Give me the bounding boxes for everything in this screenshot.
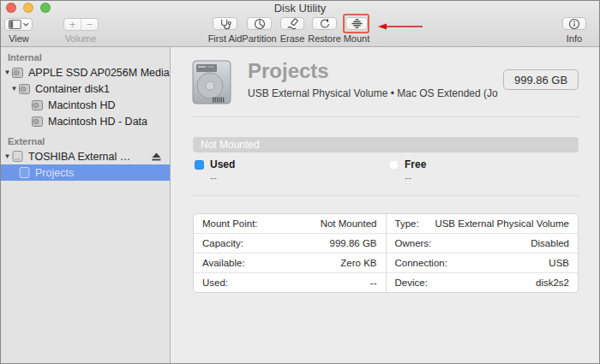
main-content: Projects USB External Physical Volume • … [171, 47, 599, 363]
eject-icon[interactable] [152, 152, 161, 161]
detail-value: USB [549, 258, 569, 268]
detail-value: Not Mounted [321, 218, 377, 229]
detail-value: 999.86 GB [330, 238, 377, 248]
detail-row-mount-point: Mount Point: Not Mounted [194, 214, 386, 234]
volume-title: Projects [248, 59, 329, 83]
add-volume-button[interactable]: + [64, 19, 81, 30]
legend-used: Used [195, 158, 235, 170]
first-aid-button[interactable] [213, 17, 237, 30]
detail-label: Owners: [395, 238, 432, 248]
info-button[interactable] [562, 17, 586, 30]
detail-label: Device: [395, 277, 428, 288]
detail-label: Capacity: [202, 238, 243, 248]
details-left-column: Mount Point: Not Mounted Capacity: 999.8… [194, 214, 386, 292]
restore-button[interactable] [312, 17, 337, 30]
volume-icon [32, 100, 43, 110]
restore-arrow-icon [319, 18, 331, 30]
volume-subtitle: USB External Physical Volume • Mac OS Ex… [248, 87, 498, 99]
annotation-highlight-box [343, 14, 369, 33]
detail-row-capacity: Capacity: 999.86 GB [194, 234, 386, 254]
sidebar-item-label: TOSHIBA External USB 3.0 M… [28, 151, 138, 163]
detail-label: Used: [202, 277, 228, 288]
sidebar: Internal ▼ APPLE SSD AP0256M Media ▼ Con… [1, 47, 171, 363]
detail-value: -- [370, 277, 377, 288]
legend-used-label: Used [210, 158, 235, 170]
detail-label: Connection: [395, 258, 447, 268]
sidebar-item-label: Container disk1 [35, 83, 110, 95]
detail-value: Zero KB [340, 258, 376, 268]
sidebar-item-label: Macintosh HD - Data [48, 116, 147, 128]
sidebar-item-macintosh-hd[interactable]: Macintosh HD [1, 97, 170, 113]
capacity-badge: 999.86 GB [503, 69, 579, 90]
divider [192, 195, 579, 196]
details-table: Mount Point: Not Mounted Capacity: 999.8… [193, 213, 579, 293]
detail-value: USB External Physical Volume [435, 218, 569, 229]
detail-label: Available: [202, 258, 245, 268]
detail-row-available: Available: Zero KB [194, 254, 386, 273]
internal-disk-icon [12, 68, 23, 78]
window-title: Disk Utility [1, 2, 599, 15]
detail-value: Disabled [531, 238, 569, 248]
sidebar-item-label: Macintosh HD [48, 99, 116, 111]
legend-free-label: Free [405, 158, 426, 170]
partition-button[interactable] [247, 17, 272, 30]
sidebar-item-container-disk1[interactable]: ▼ Container disk1 [1, 81, 170, 97]
disclosure-triangle-icon[interactable]: ▼ [3, 69, 12, 76]
unmounted-volume-icon [19, 167, 30, 178]
detail-row-used: Used: -- [194, 273, 386, 292]
legend-free-value: -- [405, 172, 411, 184]
detail-row-connection: Connection: USB [387, 254, 579, 273]
usage-bar-not-mounted: Not Mounted [193, 137, 579, 152]
annotation-arrow-icon [376, 21, 424, 32]
view-label: View [1, 33, 37, 44]
sidebar-section-external: External [1, 134, 170, 148]
sidebar-item-label: Projects [35, 167, 74, 179]
volume-label: Volume [55, 33, 106, 44]
sidebar-item-apple-ssd[interactable]: ▼ APPLE SSD AP0256M Media [1, 64, 170, 81]
view-button[interactable] [4, 18, 33, 31]
toolbar: Disk Utility View + − Volume First Aid [1, 1, 599, 47]
sidebar-view-icon [9, 20, 29, 29]
disclosure-triangle-icon[interactable]: ▼ [9, 85, 19, 92]
disclosure-triangle-icon[interactable]: ▼ [3, 152, 12, 160]
used-swatch-icon [195, 160, 204, 170]
remove-volume-button[interactable]: − [81, 19, 98, 30]
volume-icon [32, 116, 43, 127]
external-disk-icon [12, 151, 23, 162]
hard-disk-icon [192, 60, 231, 104]
disk-utility-window: Disk Utility View + − Volume First Aid [0, 0, 600, 364]
legend-used-value: -- [210, 172, 217, 184]
pie-icon [254, 18, 266, 30]
info-label: Info [555, 33, 594, 44]
info-icon [568, 18, 580, 30]
detail-value: disk2s2 [536, 277, 569, 288]
internal-disk-icon [19, 84, 30, 94]
sidebar-section-internal: Internal [1, 51, 170, 64]
sidebar-item-label: APPLE SSD AP0256M Media [28, 67, 170, 79]
legend-free: Free [389, 158, 426, 170]
mount-label: Mount [337, 33, 376, 44]
detail-row-device: Device: disk2s2 [387, 273, 579, 292]
erase-button[interactable] [280, 17, 304, 30]
detail-label: Mount Point: [202, 218, 258, 229]
free-swatch-icon [389, 160, 399, 170]
volume-segment: + − [63, 18, 99, 31]
sidebar-item-projects[interactable]: Projects [1, 164, 170, 181]
eraser-icon [286, 18, 298, 30]
sidebar-item-toshiba[interactable]: ▼ TOSHIBA External USB 3.0 M… [1, 148, 170, 164]
detail-row-owners: Owners: Disabled [387, 234, 579, 254]
sidebar-item-macintosh-hd-data[interactable]: Macintosh HD - Data [1, 113, 170, 129]
stethoscope-icon [219, 18, 231, 30]
details-right-column: Type: USB External Physical Volume Owner… [386, 214, 579, 292]
detail-row-type: Type: USB External Physical Volume [387, 214, 579, 234]
detail-label: Type: [395, 218, 419, 229]
divider [192, 116, 579, 117]
